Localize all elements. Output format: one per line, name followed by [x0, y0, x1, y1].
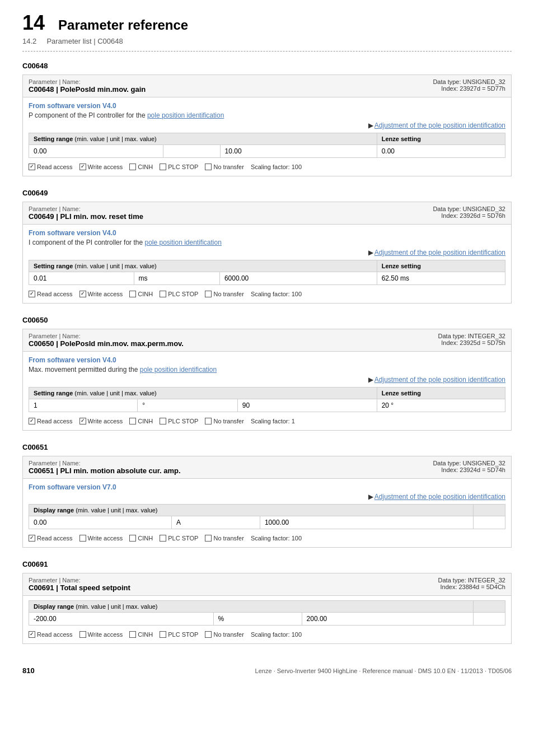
scaling-c00650: Scaling factor: 1 [251, 418, 295, 424]
read-access-c00691: Read access [29, 631, 73, 638]
section-c00691-label: C00691 [22, 560, 512, 568]
display-range-header-c00691: Display range (min. value | unit | max. … [29, 601, 474, 613]
cinh-c00651: CINH [129, 535, 153, 542]
section-c00649-label: C00649 [22, 189, 512, 197]
lenze-header-c00649: Lenze setting [377, 260, 505, 272]
sub-header: 14.2 Parameter list | C00648 [22, 37, 512, 45]
unit-c00649: ms [134, 272, 219, 285]
access-row-c00650: Read access Write access CINH PLC STOP N… [29, 416, 505, 426]
plcstop-checkbox-c00648 [160, 164, 166, 170]
link-pole-c00649[interactable]: pole position identification [144, 239, 221, 246]
cinh-c00649: CINH [129, 291, 153, 297]
read-checkbox-c00650 [29, 418, 35, 424]
write-access-c00651: Write access [79, 535, 123, 542]
setting-range-header-c00650: Setting range (min. value | unit | max. … [29, 388, 377, 399]
lenze-header-c00648: Lenze setting [377, 133, 505, 145]
param-block-c00651: Parameter | Name: C00651 | PLI min. moti… [22, 456, 512, 548]
table-row: 1 ° 90 20 ° [29, 399, 505, 412]
plcstop-checkbox-c00650 [160, 418, 166, 424]
data-type-c00648: Data type: UNSIGNED_32 Index: 23927d = 5… [433, 78, 505, 92]
write-access-c00648: Write access [79, 164, 123, 170]
data-type-c00691: Data type: INTEGER_32 Index: 23884d = 5D… [438, 577, 505, 590]
write-checkbox-c00648 [79, 164, 86, 170]
adjustment-link-c00651[interactable]: Adjustment of the pole position identifi… [374, 493, 505, 501]
write-access-c00649: Write access [79, 291, 123, 297]
scaling-c00651: Scaling factor: 100 [251, 535, 302, 542]
table-row: 0.00 A 1000.00 [29, 516, 505, 529]
no-transfer-c00691: No transfer [205, 631, 243, 638]
page-footer: 810 Lenze · Servo-Inverter 9400 HighLine… [22, 666, 512, 675]
plcstop-checkbox-c00651 [160, 535, 166, 542]
adjustment-link-c00650[interactable]: Adjustment of the pole position identifi… [374, 376, 505, 384]
max-val-c00648: 10.00 [220, 145, 377, 158]
notransfer-checkbox-c00691 [205, 631, 212, 638]
cinh-checkbox-c00650 [129, 418, 136, 424]
notransfer-checkbox-c00649 [205, 291, 212, 297]
unit-c00691: % [213, 613, 302, 626]
max-val-c00651: 1000.00 [260, 516, 473, 529]
param-body-c00651: From software version V7.0 ▶Adjustment o… [23, 479, 511, 547]
adjustment-link-c00649[interactable]: Adjustment of the pole position identifi… [374, 249, 505, 256]
plc-stop-c00651: PLC STOP [160, 535, 198, 542]
plcstop-checkbox-c00691 [160, 631, 166, 638]
no-transfer-c00650: No transfer [205, 418, 243, 424]
scaling-c00691: Scaling factor: 100 [251, 631, 302, 638]
data-type-c00650: Data type: INTEGER_32 Index: 23925d = 5D… [438, 333, 505, 346]
unit-c00651: A [171, 516, 260, 529]
plc-stop-c00648: PLC STOP [160, 164, 198, 170]
param-header-c00650: Parameter | Name: C00650 | PolePosId min… [23, 329, 511, 352]
page-header: 14 Parameter reference [22, 11, 512, 35]
param-label-c00648: Parameter | Name: [29, 78, 146, 85]
write-checkbox-c00691 [79, 631, 86, 638]
min-val-c00648: 0.00 [29, 145, 163, 158]
description-c00649: I component of the PI controller for the… [29, 239, 505, 246]
param-block-c00691: Parameter | Name: C00691 | Total speed s… [22, 573, 512, 644]
min-val-c00651: 0.00 [29, 516, 172, 529]
min-val-c00649: 0.01 [29, 272, 134, 285]
adjustment-link-c00648[interactable]: Adjustment of the pole position identifi… [374, 122, 505, 129]
param-name-c00691: C00691 | Total speed setpoint [29, 584, 130, 592]
adjustment-row-c00649: ▶Adjustment of the pole position identif… [29, 249, 505, 256]
lenze-header-c00691 [474, 601, 505, 613]
from-version-c00650: From software version V4.0 [29, 356, 505, 364]
param-name-c00649: C00649 | PLI min. mov. reset time [29, 212, 143, 221]
table-row: 0.01 ms 6000.00 62.50 ms [29, 272, 505, 285]
param-block-c00648: Parameter | Name: C00648 | PolePosId min… [22, 74, 512, 176]
write-access-c00650: Write access [79, 418, 123, 424]
setting-table-c00691: Display range (min. value | unit | max. … [29, 600, 505, 626]
lenze-val-c00691 [474, 613, 505, 626]
param-body-c00648: From software version V4.0 P component o… [23, 97, 511, 176]
setting-table-c00648: Setting range (min. value | unit | max. … [29, 133, 505, 158]
param-header-c00651: Parameter | Name: C00651 | PLI min. moti… [23, 456, 511, 479]
adjustment-row-c00650: ▶Adjustment of the pole position identif… [29, 376, 505, 384]
read-checkbox-c00648 [29, 164, 35, 170]
notransfer-checkbox-c00650 [205, 418, 212, 424]
max-val-c00691: 200.00 [302, 613, 474, 626]
plc-stop-c00650: PLC STOP [160, 418, 198, 424]
write-checkbox-c00649 [79, 291, 86, 297]
param-body-c00649: From software version V4.0 I component o… [23, 225, 511, 303]
setting-table-c00651: Display range (min. value | unit | max. … [29, 504, 505, 529]
link-pole-c00648[interactable]: pole position identification [147, 111, 224, 119]
adjustment-row-c00651: ▶Adjustment of the pole position identif… [29, 493, 505, 501]
setting-table-c00649: Setting range (min. value | unit | max. … [29, 260, 505, 285]
read-checkbox-c00649 [29, 291, 35, 297]
table-row: 0.00 10.00 0.00 [29, 145, 505, 158]
cinh-c00648: CINH [129, 164, 153, 170]
data-type-c00649: Data type: UNSIGNED_32 Index: 23926d = 5… [433, 206, 505, 219]
cinh-checkbox-c00651 [129, 535, 136, 542]
link-pole-c00650[interactable]: pole position identification [140, 366, 217, 374]
cinh-checkbox-c00649 [129, 291, 136, 297]
description-c00648: P component of the PI controller for the… [29, 111, 505, 119]
read-access-c00649: Read access [29, 291, 73, 297]
no-transfer-c00648: No transfer [205, 164, 243, 170]
page-number: 810 [22, 666, 35, 675]
access-row-c00648: Read access Write access CINH PLC STOP N… [29, 161, 505, 171]
min-val-c00691: -200.00 [29, 613, 214, 626]
unit-c00650: ° [138, 399, 238, 412]
no-transfer-c00651: No transfer [205, 535, 243, 542]
param-name-c00648: C00648 | PolePosId min.mov. gain [29, 85, 146, 94]
cinh-checkbox-c00691 [129, 631, 136, 638]
section-c00650-label: C00650 [22, 316, 512, 324]
param-label-c00691: Parameter | Name: [29, 577, 130, 584]
